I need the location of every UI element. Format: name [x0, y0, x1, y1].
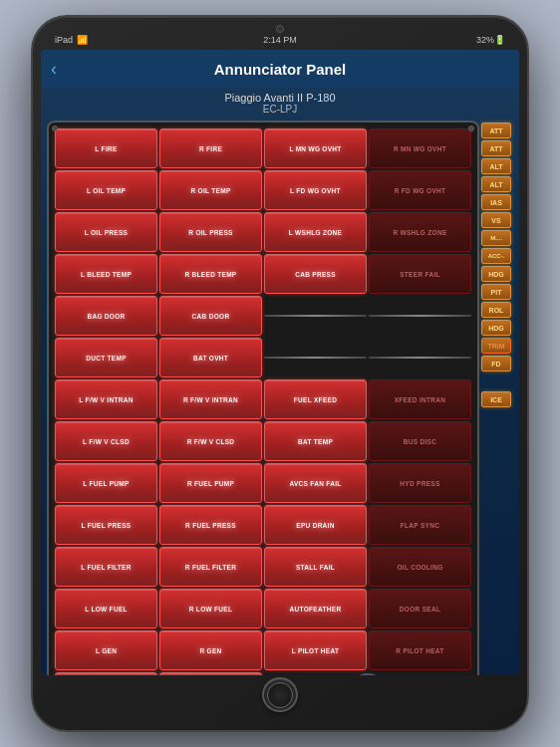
ann-bag-door[interactable]: BAG DOOR	[55, 296, 157, 336]
ann-l-gen[interactable]: L GEN	[55, 630, 157, 670]
ann-r-fw-v-intran[interactable]: R F/W V INTRAN	[159, 379, 262, 419]
ann-avcs-fan-fail[interactable]: AVCS FAN FAIL	[264, 463, 367, 503]
ann-r-fuel-pump[interactable]: R FUEL PUMP	[159, 463, 262, 503]
ann-l-bleed-temp[interactable]: L BLEED TEMP	[55, 254, 157, 294]
ann-compass-cell: N S W E	[264, 672, 471, 675]
ann-l-wshlg-zone[interactable]: L WSHLG ZONE	[264, 212, 367, 252]
ann-r-fuel-filter[interactable]: R FUEL FILTER	[159, 547, 262, 587]
ann-r-mn-wg-ovht[interactable]: R MN WG OVHT	[369, 128, 471, 168]
ann-cab-press[interactable]: CAB PRESS	[264, 254, 367, 294]
mode-fd[interactable]: FD	[481, 356, 511, 372]
ann-r-fire[interactable]: R FIRE	[159, 128, 262, 168]
status-left: iPad 📶	[55, 35, 88, 45]
home-button[interactable]	[262, 677, 298, 712]
ann-l-mn-wg-ovht[interactable]: L MN WG OVHT	[264, 128, 367, 168]
ann-bat-ovht[interactable]: BAT OVHT	[159, 338, 262, 377]
battery-status: 32% 🔋	[476, 35, 505, 45]
ann-l-fuel-press[interactable]: L FUEL PRESS	[55, 505, 157, 545]
mode-att-1[interactable]: ATT	[481, 123, 511, 138]
ann-sep-c1	[264, 315, 367, 317]
ann-r-oil-temp[interactable]: R OIL TEMP	[159, 170, 262, 210]
ann-r-fw-v-clsd[interactable]: R F/W V CLSD	[159, 421, 262, 461]
ann-flap-sync[interactable]: FLAP SYNC	[369, 505, 471, 545]
ann-r-fd-wg-ovht[interactable]: R FD WG OVHT	[369, 170, 471, 210]
ann-sep-c2	[369, 315, 471, 317]
ann-fuel-xfeed[interactable]: FUEL XFEED	[264, 379, 367, 419]
mode-empty-1	[481, 374, 513, 389]
aircraft-registration: EC-LPJ	[41, 104, 519, 115]
ann-r-bleed-temp[interactable]: R BLEED TEMP	[159, 254, 262, 294]
mode-ice[interactable]: ICE	[481, 391, 511, 407]
ipad-frame: iPad 📶 2:14 PM 32% 🔋 ‹ Annunciator Panel…	[31, 15, 529, 732]
aircraft-model: Piaggio Avanti II P-180	[41, 92, 519, 104]
battery-percent: 32%	[476, 35, 494, 45]
ann-duct-temp[interactable]: DUCT TEMP	[55, 338, 157, 377]
mode-panel: ATT ATT ALT ALT IAS VS M.... ACC-. HDG P…	[481, 121, 513, 675]
ann-steer-fail[interactable]: STEER FAIL	[369, 254, 471, 294]
mode-ias[interactable]: IAS	[481, 194, 511, 210]
ann-l-fuel-filter[interactable]: L FUEL FILTER	[55, 547, 157, 587]
screw-tr	[468, 125, 474, 131]
wifi-icon: 📶	[77, 35, 88, 45]
ann-sep-c3	[264, 357, 367, 359]
ann-l-fw-v-intran[interactable]: L F/W V INTRAN	[55, 379, 157, 419]
ann-l-fire[interactable]: L FIRE	[55, 128, 157, 168]
mode-vs[interactable]: VS	[481, 212, 511, 228]
ann-r-prop-pitch[interactable]: R PROP PITCH	[159, 672, 262, 675]
mode-hdg-1[interactable]: HDG	[481, 266, 511, 282]
ann-autofeather[interactable]: AUTOFEATHER	[264, 589, 367, 628]
time-display: 2:14 PM	[263, 35, 297, 45]
ann-r-gen[interactable]: R GEN	[159, 630, 262, 670]
mode-alt-2[interactable]: ALT	[481, 176, 511, 192]
ann-r-low-fuel[interactable]: R LOW FUEL	[159, 589, 262, 628]
ann-hyd-press[interactable]: HYD PRESS	[369, 463, 471, 503]
home-button-inner	[267, 682, 293, 708]
mode-acc[interactable]: ACC-.	[481, 248, 511, 264]
ann-door-seal[interactable]: DOOR SEAL	[369, 589, 471, 628]
ann-r-oil-press[interactable]: R OIL PRESS	[159, 212, 262, 252]
ann-l-oil-temp[interactable]: L OIL TEMP	[55, 170, 157, 210]
page-title: Annunciator Panel	[214, 61, 347, 78]
ann-r-wshlg-zone[interactable]: R WSHLG ZONE	[369, 212, 471, 252]
ann-oil-cooling[interactable]: OIL COOLING	[369, 547, 471, 587]
ann-l-pilot-heat[interactable]: L PILOT HEAT	[264, 630, 367, 670]
annunciator-grid: L FIRE R FIRE L MN WG OVHT R MN WG OVHT …	[47, 121, 479, 675]
panel-container: L FIRE R FIRE L MN WG OVHT R MN WG OVHT …	[41, 117, 519, 675]
ann-bat-temp[interactable]: BAT TEMP	[264, 421, 367, 461]
mode-alt-1[interactable]: ALT	[481, 158, 511, 174]
ann-l-fd-wg-ovht[interactable]: L FD WG OVHT	[264, 170, 367, 210]
mode-trim[interactable]: TRIM	[481, 338, 511, 354]
ipad-screen: ‹ Annunciator Panel Piaggio Avanti II P-…	[41, 50, 519, 675]
ann-sep-c4	[369, 357, 471, 359]
ipad-label: iPad	[55, 35, 73, 45]
ann-l-oil-press[interactable]: L OIL PRESS	[55, 212, 157, 252]
ann-stall-fail[interactable]: STALL FAIL	[264, 547, 367, 587]
ann-l-prop-pitch[interactable]: L PROP PITCH	[55, 672, 157, 675]
navigation-bar: ‹ Annunciator Panel	[41, 50, 519, 88]
mode-rol[interactable]: ROL	[481, 302, 511, 318]
ann-l-fw-v-clsd[interactable]: L F/W V CLSD	[55, 421, 157, 461]
mode-hdg-2[interactable]: HDG	[481, 320, 511, 336]
subtitle-area: Piaggio Avanti II P-180 EC-LPJ	[41, 88, 519, 117]
back-button[interactable]: ‹	[51, 59, 57, 80]
ann-l-fuel-pump[interactable]: L FUEL PUMP	[55, 463, 157, 503]
ann-r-fuel-press[interactable]: R FUEL PRESS	[159, 505, 262, 545]
front-camera	[276, 25, 284, 33]
ann-bus-disc[interactable]: BUS DISC	[369, 421, 471, 461]
ann-l-low-fuel[interactable]: L LOW FUEL	[55, 589, 157, 628]
battery-icon-glyph: 🔋	[494, 35, 505, 45]
mode-pit[interactable]: PIT	[481, 284, 511, 300]
ann-xfeed-intran[interactable]: XFEED INTRAN	[369, 379, 471, 419]
mode-m[interactable]: M....	[481, 230, 511, 246]
mode-att-2[interactable]: ATT	[481, 140, 511, 156]
ann-r-pilot-heat[interactable]: R PILOT HEAT	[369, 630, 471, 670]
ann-cab-door[interactable]: CAB DOOR	[159, 296, 262, 336]
ann-epu-drain[interactable]: EPU DRAIN	[264, 505, 367, 545]
